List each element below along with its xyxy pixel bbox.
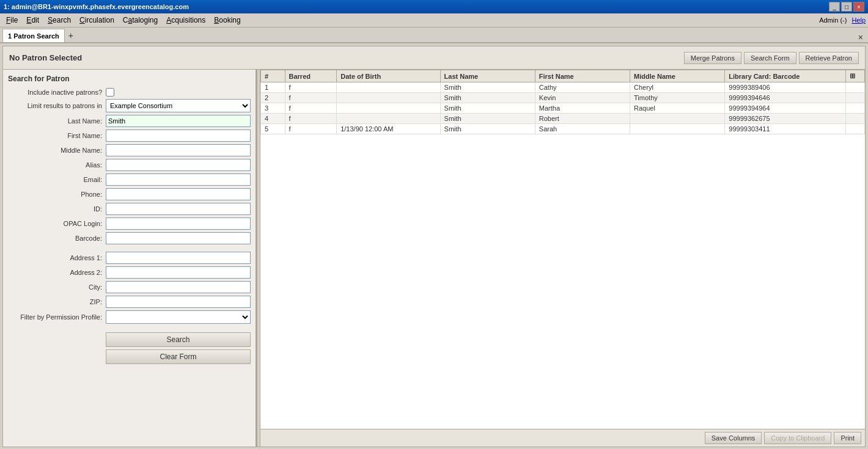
cell-num: 1 [261, 82, 285, 93]
email-row: Email: [8, 173, 251, 186]
tab-patron-search[interactable]: 1 Patron Search [2, 29, 65, 42]
last-name-label: Last Name: [8, 117, 106, 125]
cell-first_name: Martha [535, 103, 630, 114]
col-header-dob[interactable]: Date of Birth [337, 70, 440, 82]
table-header-row: # Barred Date of Birth Last Name First N… [261, 70, 865, 82]
city-row: City: [8, 281, 251, 293]
tab-add-button[interactable]: + [65, 29, 77, 42]
tab-label: 1 Patron Search [8, 32, 59, 40]
table-row[interactable]: 3fSmithMarthaRaquel99999394964 [261, 103, 865, 114]
table-row[interactable]: 1fSmithCathyCheryl99999389406 [261, 82, 865, 93]
menu-bar: File Edit Search Circulation Cataloging … [0, 13, 868, 27]
search-form-title: Search for Patron [8, 75, 251, 83]
cell-last_name: Smith [440, 82, 535, 93]
table-row[interactable]: 5f1/13/90 12:00 AMSmithSarah99999303411 [261, 124, 865, 134]
phone-row: Phone: [8, 188, 251, 200]
col-header-first-name[interactable]: First Name [535, 70, 630, 82]
help-link[interactable]: Help [851, 16, 866, 24]
middle-name-input[interactable] [106, 144, 251, 156]
right-panel: # Barred Date of Birth Last Name First N… [260, 70, 865, 447]
results-table: # Barred Date of Birth Last Name First N… [260, 70, 865, 134]
first-name-input[interactable] [106, 130, 251, 142]
menu-edit[interactable]: Edit [23, 15, 43, 26]
col-header-middle-name[interactable]: Middle Name [630, 70, 725, 82]
col-header-expand[interactable]: ⊞ [845, 70, 864, 82]
search-form-button[interactable]: Search Form [744, 52, 796, 64]
cell-barcode: 99999394964 [725, 103, 846, 114]
cell-expand [845, 82, 864, 93]
cell-dob [337, 103, 440, 114]
retrieve-patron-button[interactable]: Retrieve Patron [799, 52, 859, 64]
barcode-input[interactable] [106, 232, 251, 244]
title-bar-text: 1: admin@BR1-winxpvmfx.phasefx.evergreen… [4, 3, 189, 10]
opac-login-input[interactable] [106, 217, 251, 230]
permission-profile-select[interactable] [106, 310, 251, 324]
middle-name-row: Middle Name: [8, 144, 251, 156]
first-name-row: First Name: [8, 130, 251, 142]
cell-first_name: Robert [535, 114, 630, 124]
include-inactive-checkbox[interactable] [106, 88, 114, 97]
cell-num: 2 [261, 93, 285, 103]
first-name-label: First Name: [8, 132, 106, 139]
cell-barcode: 99999362675 [725, 114, 846, 124]
zip-input[interactable] [106, 296, 251, 308]
tab-close-button[interactable]: × [856, 32, 866, 42]
opac-login-row: OPAC Login: [8, 217, 251, 230]
menu-file[interactable]: File [2, 15, 21, 26]
table-row[interactable]: 2fSmithKevinTimothy99999394646 [261, 93, 865, 103]
cell-first_name: Kevin [535, 93, 630, 103]
clear-form-button[interactable]: Clear Form [106, 349, 251, 364]
menu-circulation[interactable]: Circulation [76, 15, 118, 26]
menu-search[interactable]: Search [44, 15, 75, 26]
phone-label: Phone: [8, 191, 106, 198]
limit-results-select[interactable]: Example Consortium [106, 99, 251, 112]
zip-row: ZIP: [8, 296, 251, 308]
copy-to-clipboard-button[interactable]: Copy to Clipboard [764, 432, 831, 444]
menu-cataloging[interactable]: Cataloging [119, 15, 161, 26]
cell-barred: f [285, 82, 337, 93]
header-buttons: Merge Patrons Search Form Retrieve Patro… [684, 52, 859, 64]
menu-acquisitions[interactable]: Acquisitions [163, 15, 209, 26]
save-columns-button[interactable]: Save Columns [705, 432, 762, 444]
left-panel: Search for Patron Include inactive patro… [3, 70, 257, 447]
limit-results-row: Limit results to patrons in Example Cons… [8, 99, 251, 112]
col-header-barcode[interactable]: Library Card: Barcode [725, 70, 846, 82]
footer-row: Save Columns Copy to Clipboard Print [260, 429, 865, 447]
menu-booking[interactable]: Booking [210, 15, 244, 26]
alias-input[interactable] [106, 159, 251, 171]
last-name-input[interactable] [106, 115, 251, 127]
cell-barcode: 99999394646 [725, 93, 846, 103]
email-input[interactable] [106, 173, 251, 186]
cell-dob [337, 82, 440, 93]
last-name-row: Last Name: [8, 115, 251, 127]
address2-input[interactable] [106, 266, 251, 279]
cell-barred: f [285, 124, 337, 134]
address2-label: Address 2: [8, 269, 106, 276]
alias-label: Alias: [8, 161, 106, 169]
cell-last_name: Smith [440, 93, 535, 103]
print-button[interactable]: Print [834, 432, 861, 444]
col-header-num[interactable]: # [261, 70, 285, 82]
address1-input[interactable] [106, 252, 251, 264]
cell-middle_name [630, 114, 725, 124]
close-button[interactable]: × [853, 2, 864, 12]
cell-barcode: 99999389406 [725, 82, 846, 93]
email-label: Email: [8, 176, 106, 183]
maximize-button[interactable]: □ [841, 2, 852, 12]
cell-first_name: Sarah [535, 124, 630, 134]
body-split: Search for Patron Include inactive patro… [3, 70, 865, 447]
cell-middle_name: Timothy [630, 93, 725, 103]
cell-num: 3 [261, 103, 285, 114]
phone-input[interactable] [106, 188, 251, 200]
id-input[interactable] [106, 203, 251, 215]
header-row: No Patron Selected Merge Patrons Search … [3, 46, 865, 70]
search-button[interactable]: Search [106, 332, 251, 347]
col-header-last-name[interactable]: Last Name [440, 70, 535, 82]
table-row[interactable]: 4fSmithRobert99999362675 [261, 114, 865, 124]
city-label: City: [8, 283, 106, 291]
results-table-container: # Barred Date of Birth Last Name First N… [260, 70, 865, 429]
minimize-button[interactable]: _ [829, 2, 840, 12]
merge-patrons-button[interactable]: Merge Patrons [684, 52, 741, 64]
col-header-barred[interactable]: Barred [285, 70, 337, 82]
city-input[interactable] [106, 281, 251, 293]
